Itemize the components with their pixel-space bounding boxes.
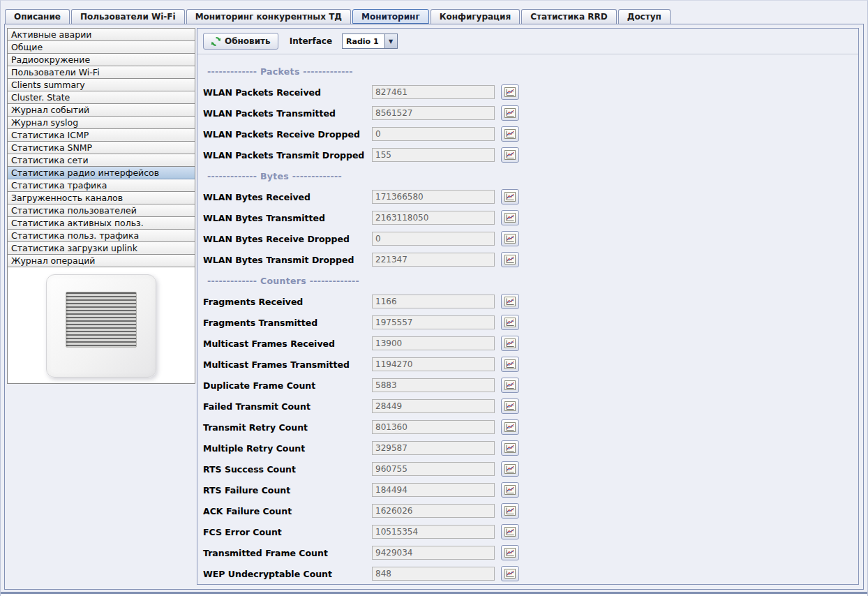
- sidebar-item[interactable]: Журнал событий: [8, 104, 195, 117]
- sidebar-item[interactable]: Статистика радио интерфейсов: [8, 167, 195, 179]
- chart-icon: [504, 548, 516, 558]
- sidebar-item[interactable]: Статистика ICMP: [8, 129, 195, 142]
- tab-5[interactable]: Статистика RRD: [521, 9, 617, 24]
- sidebar-item[interactable]: Статистика сети: [8, 154, 195, 167]
- chart-button[interactable]: [501, 566, 519, 581]
- stat-value-field[interactable]: [372, 336, 495, 350]
- stat-value-field[interactable]: [372, 378, 495, 392]
- chart-button[interactable]: [501, 147, 519, 163]
- stat-label: WLAN Bytes Received: [203, 192, 372, 202]
- stat-value-field[interactable]: [372, 253, 495, 267]
- stat-value-field[interactable]: [372, 357, 495, 371]
- chart-button[interactable]: [501, 357, 519, 372]
- stat-row: ACK Failure Count: [203, 500, 858, 521]
- stat-label: FCS Error Count: [203, 527, 372, 537]
- tab-2[interactable]: Мониторинг конкурентных ТД: [186, 9, 351, 24]
- sidebar-item[interactable]: Загруженность каналов: [8, 192, 195, 204]
- chart-button[interactable]: [501, 545, 519, 560]
- chart-button[interactable]: [501, 105, 519, 121]
- chart-icon: [504, 150, 516, 160]
- stat-value-field[interactable]: [372, 106, 495, 120]
- tab-0[interactable]: Описание: [5, 9, 70, 24]
- stat-value-field[interactable]: [372, 462, 495, 476]
- chevron-down-icon[interactable]: ▼: [384, 34, 397, 48]
- sidebar-item[interactable]: Журнал операций: [8, 255, 195, 267]
- sidebar-item[interactable]: Пользователи Wi-Fi: [8, 66, 195, 79]
- stat-row: Transmit Retry Count: [203, 417, 858, 438]
- stat-value-field[interactable]: [372, 567, 495, 581]
- stat-row: Fragments Received: [203, 291, 858, 312]
- stat-value-field[interactable]: [372, 525, 495, 539]
- sidebar-item[interactable]: Общие: [8, 41, 195, 54]
- stat-value-field[interactable]: [372, 399, 495, 413]
- stat-value-field[interactable]: [372, 295, 495, 308]
- chart-button[interactable]: [501, 503, 519, 519]
- stat-value-field[interactable]: [372, 190, 495, 204]
- chart-button[interactable]: [501, 210, 519, 225]
- sidebar-item[interactable]: Журнал syslog: [8, 117, 195, 129]
- stat-row: WLAN Bytes Transmit Dropped: [203, 249, 858, 270]
- chart-icon: [504, 108, 516, 118]
- stat-value-field[interactable]: [372, 127, 495, 141]
- stat-row: Fragments Transmitted: [203, 312, 858, 333]
- refresh-button[interactable]: Обновить: [203, 33, 278, 50]
- chart-button[interactable]: [501, 294, 519, 309]
- sidebar: Активные аварииОбщиеРадиоокружениеПользо…: [7, 28, 195, 384]
- chart-icon: [504, 527, 516, 537]
- stat-row: Multicast Frames Transmitted: [203, 354, 858, 375]
- sidebar-item[interactable]: Clients summary: [8, 79, 195, 91]
- tab-6[interactable]: Доступ: [618, 9, 671, 24]
- chart-button[interactable]: [501, 189, 519, 204]
- chart-button[interactable]: [501, 231, 519, 246]
- access-point-image: [46, 274, 156, 378]
- chart-button[interactable]: [501, 524, 519, 539]
- tab-1[interactable]: Пользователи Wi-Fi: [71, 9, 185, 24]
- chart-icon: [504, 297, 516, 306]
- tab-3[interactable]: Мониторинг: [352, 9, 429, 24]
- sidebar-item[interactable]: Активные аварии: [8, 29, 195, 41]
- tab-4[interactable]: Конфигурация: [431, 9, 520, 24]
- stat-row: WLAN Bytes Received: [203, 186, 858, 207]
- chart-button[interactable]: [501, 482, 519, 498]
- sidebar-item[interactable]: Радиоокружение: [8, 54, 195, 66]
- stat-row: Duplicate Frame Count: [203, 375, 858, 396]
- sidebar-item[interactable]: Статистика польз. трафика: [8, 230, 195, 242]
- stat-row: Transmitted Frame Count: [203, 542, 858, 563]
- sidebar-item[interactable]: Cluster. State: [8, 91, 195, 104]
- sidebar-item[interactable]: Статистика пользователей: [8, 204, 195, 217]
- chart-button[interactable]: [501, 252, 519, 267]
- stat-value-field[interactable]: [372, 483, 495, 497]
- stats-form: ------------- Packets -------------WLAN …: [197, 55, 858, 584]
- chart-button[interactable]: [501, 336, 519, 351]
- chart-button[interactable]: [501, 84, 519, 100]
- stat-value-field[interactable]: [372, 504, 495, 518]
- chart-button[interactable]: [501, 419, 519, 435]
- sidebar-nav-list: Активные аварииОбщиеРадиоокружениеПользо…: [8, 29, 195, 267]
- stat-value-field[interactable]: [372, 441, 495, 455]
- chart-button[interactable]: [501, 315, 519, 330]
- chart-icon: [504, 506, 516, 516]
- stat-value-field[interactable]: [372, 315, 495, 329]
- sidebar-item[interactable]: Статистика загрузки uplink: [8, 242, 195, 255]
- stat-value-field[interactable]: [372, 148, 495, 162]
- stat-value-field[interactable]: [372, 420, 495, 434]
- chart-button[interactable]: [501, 440, 519, 456]
- toolbar: Обновить Interface Radio 1 ▼: [197, 29, 858, 54]
- stat-label: WLAN Packets Receive Dropped: [203, 129, 372, 140]
- chart-button[interactable]: [501, 398, 519, 414]
- sidebar-item[interactable]: Статистика SNMP: [8, 142, 195, 154]
- chart-icon: [504, 569, 516, 579]
- chart-button[interactable]: [501, 461, 519, 477]
- chart-button[interactable]: [501, 126, 519, 142]
- stat-value-field[interactable]: [372, 232, 495, 246]
- chart-button[interactable]: [501, 378, 519, 393]
- stat-value-field[interactable]: [372, 546, 495, 560]
- chart-icon: [504, 401, 516, 411]
- sidebar-item[interactable]: Статистика активных польз.: [8, 217, 195, 230]
- stat-value-field[interactable]: [372, 211, 495, 225]
- sidebar-item[interactable]: Статистика трафика: [8, 179, 195, 192]
- stat-value-field[interactable]: [372, 85, 495, 99]
- interface-select[interactable]: Radio 1 ▼: [342, 33, 398, 49]
- stat-label: WLAN Bytes Transmitted: [203, 213, 372, 223]
- stat-label: Transmitted Frame Count: [203, 548, 372, 558]
